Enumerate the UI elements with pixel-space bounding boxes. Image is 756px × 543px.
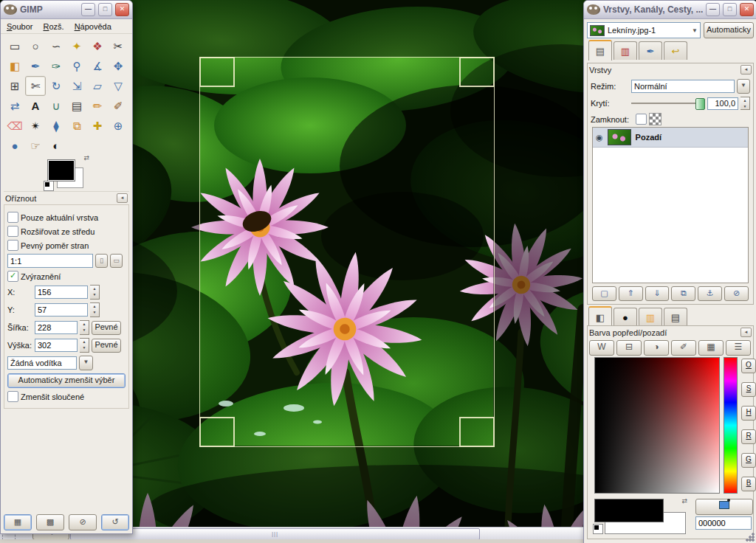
y-spinner[interactable]: ▲▼	[90, 302, 100, 317]
swap-colors-icon[interactable]: ⇄	[681, 497, 687, 505]
delete-options-button[interactable]: ⊘	[69, 514, 97, 530]
saturation-value-square[interactable]	[594, 357, 720, 494]
tool-foreground-select[interactable]: ◧	[4, 56, 25, 76]
patterns-tab[interactable]: ▥	[639, 308, 662, 326]
scales-selector-button[interactable]: ☰	[726, 340, 751, 356]
hex-color-input[interactable]	[695, 516, 752, 530]
opacity-spinner[interactable]: ▲▼	[740, 97, 750, 110]
landscape-icon[interactable]: ▭	[110, 254, 123, 268]
tool-shear[interactable]: ▱	[87, 76, 108, 96]
menu-soubor[interactable]: Soubor	[7, 22, 32, 31]
tool-text[interactable]: A	[25, 96, 46, 116]
tool-rotate[interactable]: ↻	[46, 76, 66, 96]
tool-scissors-select[interactable]: ✂	[108, 36, 128, 56]
channels-tab[interactable]: ▥	[614, 41, 637, 60]
value-channel-button[interactable]: H	[741, 406, 756, 421]
tool-move[interactable]: ✥	[108, 56, 128, 76]
watercolor-selector-button[interactable]: ✐	[671, 340, 696, 356]
saturation-channel-button[interactable]: S	[741, 382, 756, 397]
collapse-options-button[interactable]: ◂	[117, 193, 128, 203]
tool-flip[interactable]: ⇄	[4, 96, 25, 116]
y-input[interactable]	[35, 303, 88, 317]
shrink-merged-checkbox[interactable]	[7, 391, 18, 402]
fixed-height-button[interactable]: Pevné	[92, 339, 121, 353]
foreground-color-swatch[interactable]	[594, 499, 664, 522]
tool-pencil[interactable]: ✏	[87, 96, 108, 116]
mode-dropdown-arrow[interactable]: ▼	[737, 79, 750, 94]
default-colors-icon[interactable]	[593, 524, 603, 534]
crop-handle-bottom-left[interactable]	[199, 417, 235, 447]
save-options-button[interactable]: ▦	[4, 514, 32, 530]
duplicate-layer-button[interactable]: ⧉	[671, 286, 695, 301]
tool-paths[interactable]: ✒	[25, 56, 46, 76]
dock-fg-bg-area[interactable]: ⇄	[594, 499, 690, 534]
x-input[interactable]	[35, 286, 88, 299]
tool-gradient[interactable]: ▤	[66, 96, 87, 116]
maximize-button[interactable]: □	[98, 3, 112, 16]
tool-zoom[interactable]: ⚲	[66, 56, 87, 76]
guides-select[interactable]: Žádná vodítka	[7, 356, 77, 370]
fixed-width-button[interactable]: Pevné	[92, 321, 121, 335]
tool-ink[interactable]: ⧫	[46, 116, 66, 136]
layers-tab[interactable]: ▤	[588, 40, 612, 60]
visibility-eye-icon[interactable]: ◉	[596, 133, 603, 142]
close-button[interactable]: ✕	[115, 3, 129, 16]
palette-selector-button[interactable]: ▦	[698, 340, 724, 356]
collapse-color-button[interactable]: ◂	[740, 328, 752, 337]
crop-handle-top-right[interactable]	[459, 57, 495, 87]
minimize-button[interactable]: —	[706, 3, 720, 16]
x-spinner[interactable]: ▲▼	[90, 285, 100, 300]
tool-dodge-burn[interactable]: ◐	[46, 136, 66, 156]
hue-channel-button[interactable]: O	[741, 359, 756, 373]
dock-titlebar[interactable]: Vrstvy, Kanály, Cesty, ... — □ ✕	[584, 1, 756, 19]
gradients-tab[interactable]: ▤	[664, 308, 687, 326]
close-button[interactable]: ✕	[740, 3, 754, 16]
fg-bg-color-tab[interactable]: ◧	[588, 306, 612, 327]
lower-layer-button[interactable]: ⇓	[645, 286, 670, 301]
tool-clone[interactable]: ⧉	[66, 116, 87, 136]
tool-ellipse-select[interactable]: ○	[25, 36, 46, 56]
paths-tab[interactable]: ✒	[639, 41, 662, 60]
reset-options-button[interactable]: ↺	[101, 514, 129, 530]
gimp-selector-button[interactable]: W	[589, 340, 614, 356]
cmyk-selector-button[interactable]: ⊟	[616, 340, 642, 356]
tool-scale[interactable]: ⇲	[66, 76, 87, 96]
crop-selection[interactable]	[199, 57, 495, 447]
portrait-icon[interactable]: ▯	[95, 254, 108, 268]
width-input[interactable]	[35, 321, 78, 334]
ratio-input[interactable]	[7, 254, 93, 268]
maximize-button[interactable]: □	[723, 3, 737, 16]
red-channel-button[interactable]: R	[741, 429, 756, 444]
guides-dropdown-arrow[interactable]: ▼	[79, 356, 93, 370]
current-layer-checkbox[interactable]	[7, 212, 18, 223]
tool-heal[interactable]: ✚	[87, 116, 108, 136]
slider-handle[interactable]	[695, 98, 705, 110]
tool-perspective-clone[interactable]: ⊕	[108, 116, 128, 136]
resize-grip[interactable]	[746, 533, 755, 542]
tool-select-by-color[interactable]: ❖	[87, 36, 108, 56]
anchor-layer-button[interactable]: ⚓	[698, 286, 722, 301]
tool-color-picker[interactable]: ✑	[46, 56, 66, 76]
height-input[interactable]	[35, 339, 78, 352]
toolbox-titlebar[interactable]: GIMP — □ ✕	[1, 1, 132, 19]
pick-color-from-screen-button[interactable]	[695, 499, 753, 515]
delete-layer-button[interactable]: ⊘	[724, 286, 749, 301]
hue-strip[interactable]	[724, 357, 738, 494]
minimize-button[interactable]: —	[81, 3, 95, 16]
tool-blur[interactable]: ●	[4, 136, 25, 156]
opacity-value[interactable]: 100,0	[707, 97, 738, 110]
auto-follow-button[interactable]: Automaticky	[704, 22, 754, 38]
collapse-layers-button[interactable]: ◂	[740, 65, 752, 75]
tool-fuzzy-select[interactable]: ✦	[66, 36, 87, 56]
opacity-slider[interactable]	[631, 98, 705, 108]
expand-center-checkbox[interactable]	[7, 226, 18, 237]
tool-measure[interactable]: ∡	[87, 56, 108, 76]
fixed-ratio-checkbox[interactable]	[7, 240, 18, 251]
layer-row-pozadi[interactable]: ◉ Pozadí	[593, 128, 748, 148]
lock-alpha-icon[interactable]	[649, 113, 662, 125]
highlight-checkbox[interactable]: ✓	[7, 271, 18, 282]
new-layer-button[interactable]: ▢	[592, 286, 616, 301]
crop-handle-top-left[interactable]	[199, 57, 235, 87]
undo-history-tab[interactable]: ↩	[664, 41, 687, 60]
wheel-selector-button[interactable]: ◑	[644, 340, 669, 356]
